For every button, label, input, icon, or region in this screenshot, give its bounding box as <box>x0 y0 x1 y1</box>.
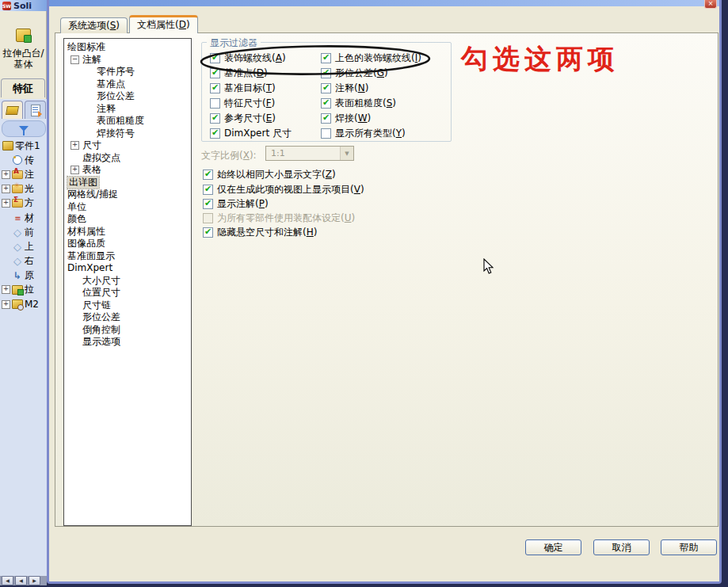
checkbox[interactable] <box>210 98 220 109</box>
screen: SW Soli 拉伸凸台/基体 特征 零件1传+A注+☼光+Σ方≡材◇前◇上◇右… <box>0 0 728 587</box>
feature-tree-item[interactable]: ◇前 <box>0 225 47 239</box>
checkbox[interactable] <box>321 128 331 139</box>
checkbox-label: 参考尺寸(E) <box>224 112 276 125</box>
tree-item[interactable]: 单位 <box>64 201 191 214</box>
help-button[interactable]: 帮助 <box>661 539 717 555</box>
feature-tree-label: 拉 <box>25 283 34 296</box>
filter-checkbox-row[interactable]: 上色的装饰螺纹线(I) <box>321 51 452 65</box>
tree-item[interactable]: 零件序号 <box>64 66 191 78</box>
feature-tree-item[interactable]: +拉 <box>0 283 47 297</box>
tab-system-options[interactable]: 系统选项(S) <box>60 17 128 33</box>
option-checkbox-row[interactable]: 仅在生成此项的视图上显示项目(V) <box>203 183 364 196</box>
feature-tree-item[interactable]: 零件1 <box>0 139 47 153</box>
tree-item[interactable]: −注解 <box>64 54 191 67</box>
expand-icon[interactable]: + <box>2 300 10 309</box>
checkbox[interactable] <box>203 199 213 209</box>
extrude-boss-base-button[interactable]: 拉伸凸台/基体 <box>2 29 44 70</box>
tree-item[interactable]: 颜色 <box>64 213 191 226</box>
tree-item[interactable]: 出详图 <box>64 177 191 189</box>
expand-icon[interactable]: + <box>2 185 10 193</box>
feature-tree-item[interactable]: +A注 <box>0 167 47 181</box>
feature-tree-item[interactable]: +M2 <box>0 297 47 311</box>
expand-icon[interactable]: + <box>2 285 10 294</box>
tree-item[interactable]: +表格 <box>64 164 191 177</box>
checkbox[interactable] <box>210 53 220 63</box>
tree-item[interactable]: 网格线/捕捉 <box>64 189 191 201</box>
tree-item[interactable]: 虚拟交点 <box>64 152 191 165</box>
expand-icon[interactable]: + <box>71 166 79 174</box>
feature-tree-item[interactable]: +☼光 <box>0 182 47 196</box>
text-scale-combobox[interactable]: 1:1 ▼ <box>265 146 354 161</box>
option-checkbox-row[interactable]: 为所有零部件使用装配体设定(U) <box>203 212 355 225</box>
checkbox[interactable] <box>203 170 213 180</box>
option-checkbox-row[interactable]: 始终以相同大小显示文字(Z) <box>203 168 336 181</box>
filter-checkbox-row[interactable]: 显示所有类型(Y) <box>321 127 452 140</box>
feature-tree-item[interactable]: ≡材 <box>0 211 47 225</box>
tab-features[interactable]: 特征 <box>1 78 45 97</box>
feature-tree-item[interactable]: 传 <box>0 153 47 167</box>
filter-checkbox-row[interactable]: 注释(N) <box>321 82 452 95</box>
close-icon[interactable]: × <box>704 0 717 9</box>
checkbox[interactable] <box>321 83 331 93</box>
checkbox[interactable] <box>210 113 220 124</box>
tree-item[interactable]: 基准面显示 <box>64 250 191 263</box>
plane-icon: ◇ <box>12 242 23 252</box>
feature-tree-label: 传 <box>25 154 34 167</box>
tab-document-properties[interactable]: 文档属性(D) <box>129 15 198 33</box>
tree-nav-button[interactable]: ◀ <box>15 576 27 585</box>
tree-item[interactable]: 表面粗糙度 <box>64 115 191 128</box>
feature-tree-item[interactable]: ◇上 <box>0 239 47 253</box>
feature-tree-item[interactable]: +Σ方 <box>0 196 47 211</box>
feature-tree-item[interactable]: ↳原 <box>0 269 47 283</box>
filter-checkbox-row[interactable]: 表面粗糙度(S) <box>321 97 452 110</box>
cancel-button[interactable]: 取消 <box>593 539 650 555</box>
expand-icon[interactable]: + <box>2 199 10 208</box>
tree-item[interactable]: 材料属性 <box>64 226 191 238</box>
collapse-icon[interactable]: − <box>71 55 79 64</box>
ok-button[interactable]: 确定 <box>525 539 581 555</box>
tree-item[interactable]: 尺寸链 <box>64 299 191 312</box>
filter-checkbox-row[interactable]: 基准点(D) <box>210 67 321 80</box>
filter-checkbox-row[interactable]: 特征尺寸(F) <box>210 97 321 110</box>
tree-item[interactable]: 焊接符号 <box>64 128 191 140</box>
tree-item[interactable]: 图像品质 <box>64 238 191 250</box>
tree-item[interactable]: +尺寸 <box>64 139 191 152</box>
tree-item[interactable]: 位置尺寸 <box>64 287 191 299</box>
option-checkbox-row[interactable]: 隐藏悬空尺寸和注解(H) <box>203 226 317 239</box>
tree-nav-button[interactable]: ▶ <box>29 576 40 585</box>
option-checkbox-row[interactable]: 显示注解(P) <box>203 197 269 211</box>
tab-feature-tree[interactable] <box>2 101 23 119</box>
tree-item[interactable]: 形位公差 <box>64 90 191 103</box>
filter-checkbox-row[interactable]: 参考尺寸(E) <box>210 112 321 125</box>
tree-filter-bar[interactable] <box>2 120 46 137</box>
checkbox[interactable] <box>203 227 213 238</box>
checkbox-label: 始终以相同大小显示文字(Z) <box>217 168 336 181</box>
tree-item[interactable]: 绘图标准 <box>64 41 191 54</box>
tree-item[interactable]: 基准点 <box>64 78 191 91</box>
tree-item[interactable]: 大小尺寸 <box>64 275 191 288</box>
checkbox[interactable] <box>210 68 220 78</box>
tree-item[interactable]: DimXpert <box>64 262 191 275</box>
checkbox[interactable] <box>210 128 220 139</box>
expand-icon[interactable]: + <box>2 170 10 179</box>
filter-checkbox-row[interactable]: 装饰螺纹线(A) <box>210 51 321 65</box>
filter-checkbox-row[interactable]: 形位公差(G) <box>321 67 452 80</box>
tree-nav-button[interactable]: ◀ <box>2 576 13 585</box>
checkbox[interactable] <box>321 113 331 124</box>
checkbox[interactable] <box>203 213 213 223</box>
tree-item[interactable]: 形位公差 <box>64 311 191 324</box>
tab-property-manager[interactable] <box>25 101 46 119</box>
filter-checkbox-row[interactable]: DimXpert 尺寸 <box>210 127 321 140</box>
feature-tree-item[interactable]: ◇右 <box>0 254 47 269</box>
expand-icon[interactable]: + <box>71 141 79 150</box>
tree-item[interactable]: 倒角控制 <box>64 324 191 337</box>
tree-item[interactable]: 显示选项 <box>64 336 191 349</box>
checkbox[interactable] <box>321 53 331 63</box>
checkbox[interactable] <box>203 185 213 195</box>
tree-item[interactable]: 注释 <box>64 103 191 116</box>
checkbox[interactable] <box>321 68 331 78</box>
filter-checkbox-row[interactable]: 焊接(W) <box>321 112 452 125</box>
filter-checkbox-row[interactable]: 基准目标(T) <box>210 82 321 95</box>
checkbox[interactable] <box>210 83 220 93</box>
checkbox[interactable] <box>321 98 331 109</box>
